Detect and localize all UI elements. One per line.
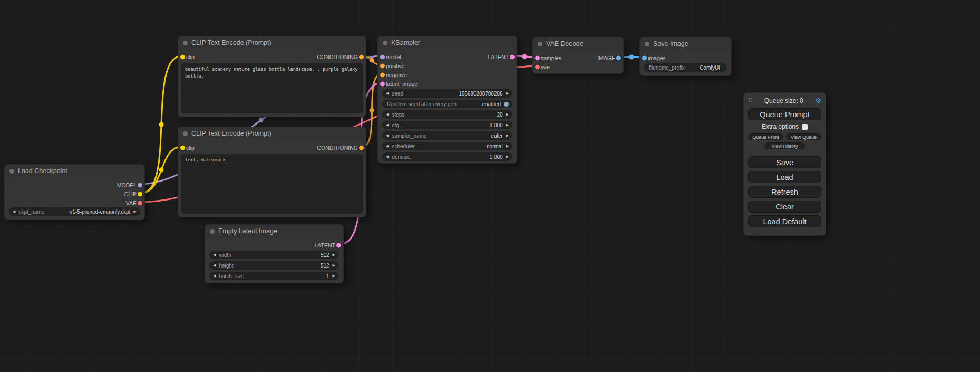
load-default-button[interactable]: Load Default [748, 215, 821, 227]
input-port-images[interactable] [642, 55, 647, 60]
queue-prompt-button[interactable]: Queue Prompt [748, 108, 821, 120]
link-midpoint-dot [370, 58, 374, 63]
drag-handle-icon[interactable]: ⠿ [748, 97, 752, 104]
input-port-model[interactable] [380, 54, 385, 59]
node-vae-decode[interactable]: VAE Decode samples IMAGE vae [532, 37, 624, 74]
widget-seed[interactable]: ◀ seed 156680208700286 ▶ [382, 89, 512, 98]
refresh-button[interactable]: Refresh [748, 186, 821, 198]
extra-options-checkbox[interactable] [802, 124, 808, 130]
node-title-bar[interactable]: Save Image [640, 37, 731, 50]
queue-front-button[interactable]: Queue Front [748, 133, 783, 140]
collapse-toggle-icon[interactable] [538, 42, 542, 46]
widget-batch-size[interactable]: ◀ batch_size 1 ▶ [209, 272, 339, 280]
load-button[interactable]: Load [748, 171, 821, 183]
input-port-latent-image[interactable] [380, 81, 385, 86]
input-port-vae[interactable] [535, 64, 540, 69]
increment-arrow-icon[interactable]: ▶ [506, 110, 509, 119]
input-port-clip[interactable] [180, 54, 185, 59]
view-queue-button[interactable]: View Queue [786, 133, 821, 140]
input-port-negative[interactable] [380, 72, 385, 77]
node-title: Save Image [653, 40, 688, 47]
view-history-button[interactable]: View History [765, 142, 805, 149]
node-clip-text-encode-negative[interactable]: CLIP Text Encode (Prompt) clip CONDITION… [178, 127, 366, 217]
node-title-bar[interactable]: KSampler [378, 36, 517, 49]
widget-cfg[interactable]: ◀ cfg 8.000 ▶ [382, 121, 512, 129]
widget-filename-prefix[interactable]: filename_prefix ComfyUI [644, 63, 727, 72]
widget-ckpt-name[interactable]: ◀ ckpt_name v1-5-pruned-emaonly.ckpt ▶ [9, 207, 140, 216]
increment-arrow-icon[interactable]: ▶ [333, 272, 335, 280]
node-title-bar[interactable]: CLIP Text Encode (Prompt) [178, 36, 366, 49]
collapse-toggle-icon[interactable] [183, 41, 188, 45]
widget-random-seed-toggle[interactable]: Random seed after every gen enabled [382, 100, 512, 108]
node-load-checkpoint[interactable]: Load Checkpoint MODEL CLIP VAE ◀ ckpt_na… [4, 164, 145, 220]
collapse-toggle-icon[interactable] [645, 42, 649, 46]
next-value-arrow-icon[interactable]: ▶ [134, 207, 137, 216]
widget-value: 1 [326, 273, 329, 279]
node-title: CLIP Text Encode (Prompt) [191, 39, 271, 46]
node-empty-latent-image[interactable]: Empty Latent Image LATENT ◀ width 512 ▶ … [205, 224, 344, 283]
toggle-dot[interactable] [504, 102, 509, 107]
input-label-negative: negative [386, 72, 407, 78]
output-port-image[interactable] [616, 55, 621, 60]
increment-arrow-icon[interactable]: ▶ [333, 261, 335, 270]
input-port-samples[interactable] [535, 55, 540, 60]
widget-label: height [219, 263, 233, 269]
clear-button[interactable]: Clear [748, 201, 821, 213]
slot-row: model LATENT [378, 52, 517, 61]
widget-sampler-name[interactable]: ◀ sampler_name euler ▶ [382, 131, 512, 140]
decrement-arrow-icon[interactable]: ◀ [386, 89, 389, 98]
node-ksampler[interactable]: KSampler model LATENT positive negative … [377, 36, 517, 164]
node-title-bar[interactable]: Load Checkpoint [5, 165, 144, 177]
increment-arrow-icon[interactable]: ▶ [506, 152, 509, 161]
queue-panel-header: ⠿ Queue size: 0 ⚙ [748, 97, 821, 104]
input-port-positive[interactable] [380, 63, 385, 68]
collapse-toggle-icon[interactable] [9, 169, 14, 174]
collapse-toggle-icon[interactable] [210, 229, 215, 234]
decrement-arrow-icon[interactable]: ◀ [386, 152, 389, 161]
decrement-arrow-icon[interactable]: ◀ [386, 110, 389, 119]
widget-width[interactable]: ◀ width 512 ▶ [209, 251, 339, 259]
decrement-arrow-icon[interactable]: ◀ [213, 251, 216, 259]
output-port-conditioning[interactable] [359, 145, 364, 150]
widget-denoise[interactable]: ◀ denoise 1.000 ▶ [382, 152, 512, 161]
next-value-arrow-icon[interactable]: ▶ [506, 142, 509, 150]
widget-scheduler[interactable]: ◀ scheduler normal ▶ [382, 142, 512, 150]
prev-value-arrow-icon[interactable]: ◀ [386, 131, 389, 140]
next-value-arrow-icon[interactable]: ▶ [506, 131, 509, 140]
output-label-model: MODEL [117, 182, 137, 188]
input-port-clip[interactable] [180, 145, 185, 150]
node-title: KSampler [391, 39, 420, 46]
widget-steps[interactable]: ◀ steps 20 ▶ [382, 110, 512, 119]
collapse-toggle-icon[interactable] [383, 41, 387, 45]
node-title-bar[interactable]: VAE Decode [533, 37, 623, 50]
increment-arrow-icon[interactable]: ▶ [333, 251, 335, 259]
graph-canvas[interactable]: Load Checkpoint MODEL CLIP VAE ◀ ckpt_na… [0, 0, 980, 372]
prev-value-arrow-icon[interactable]: ◀ [13, 207, 15, 216]
output-port-latent[interactable] [336, 243, 341, 247]
decrement-arrow-icon[interactable]: ◀ [386, 121, 389, 129]
increment-arrow-icon[interactable]: ▶ [506, 89, 509, 98]
output-port-model[interactable] [138, 183, 142, 187]
node-save-image[interactable]: Save Image images filename_prefix ComfyU… [639, 37, 732, 76]
output-port-latent[interactable] [510, 54, 515, 59]
prompt-textarea[interactable]: beautiful scenery nature glass bottle la… [181, 63, 363, 113]
widget-label: cfg [392, 122, 399, 128]
decrement-arrow-icon[interactable]: ◀ [213, 261, 216, 270]
widget-height[interactable]: ◀ height 512 ▶ [209, 261, 339, 270]
prev-value-arrow-icon[interactable]: ◀ [386, 142, 389, 150]
node-title-bar[interactable]: CLIP Text Encode (Prompt) [178, 127, 366, 140]
slot-row: positive [378, 61, 517, 70]
increment-arrow-icon[interactable]: ▶ [506, 121, 509, 129]
settings-gear-icon[interactable]: ⚙ [815, 97, 821, 104]
widget-label: scheduler [392, 144, 414, 149]
decrement-arrow-icon[interactable]: ◀ [213, 272, 216, 280]
node-clip-text-encode-positive[interactable]: CLIP Text Encode (Prompt) clip CONDITION… [178, 36, 366, 117]
node-title-bar[interactable]: Empty Latent Image [205, 225, 343, 237]
output-label-image: IMAGE [597, 55, 615, 61]
collapse-toggle-icon[interactable] [183, 131, 188, 136]
save-button[interactable]: Save [748, 156, 821, 168]
output-port-clip[interactable] [138, 192, 142, 196]
output-port-conditioning[interactable] [359, 54, 364, 59]
prompt-textarea[interactable]: text, watermark [181, 154, 363, 214]
output-port-vae[interactable] [138, 201, 142, 205]
